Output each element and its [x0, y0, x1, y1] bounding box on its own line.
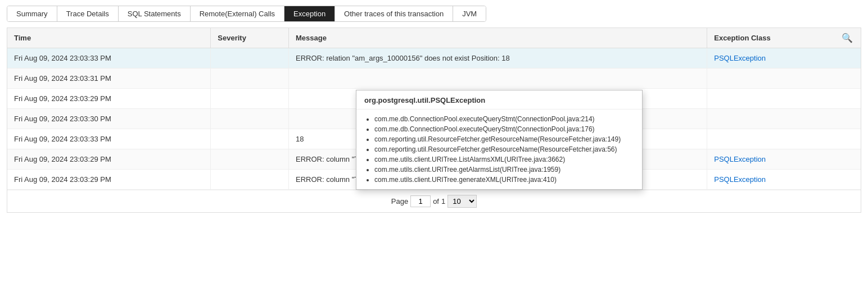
tab-remoteexternal-calls[interactable]: Remote(External) Calls [191, 6, 284, 21]
col-exception-class: Exception Class 🔍 [707, 28, 861, 48]
cell-time: Fri Aug 09, 2024 23:03:29 PM [7, 89, 211, 109]
cell-time: Fri Aug 09, 2024 23:03:30 PM [7, 109, 211, 129]
stack-trace-item: com.me.utils.client.URITree.getAlarmsLis… [374, 165, 634, 175]
cell-time: Fri Aug 09, 2024 23:03:33 PM [7, 48, 211, 69]
cell-exception-class: PSQLException [707, 149, 861, 170]
tab-exception[interactable]: Exception [284, 6, 335, 21]
col-severity: Severity [211, 28, 289, 48]
cell-message: ERROR: relation "am_args_10000156" does … [289, 48, 707, 69]
popup-title: org.postgresql.util.PSQLException [356, 90, 642, 109]
cell-message [289, 69, 707, 89]
total-pages: 1 [441, 197, 445, 206]
cell-time: Fri Aug 09, 2024 23:03:33 PM [7, 129, 211, 149]
tab-bar: SummaryTrace DetailsSQL StatementsRemote… [7, 6, 486, 22]
page-label: Page [391, 197, 408, 206]
col-time: Time [7, 28, 211, 48]
exceptions-table-wrapper: Time Severity Message Exception Class 🔍 … [7, 28, 861, 213]
tab-sql-statements[interactable]: SQL Statements [119, 6, 191, 21]
cell-exception-class: PSQLException [707, 170, 861, 190]
table-row: Fri Aug 09, 2024 23:03:33 PMERROR: relat… [7, 48, 861, 69]
cell-time: Fri Aug 09, 2024 23:03:29 PM [7, 149, 211, 170]
cell-exception-class [707, 109, 861, 129]
search-icon-button[interactable]: 🔍 [840, 33, 854, 43]
stack-trace-item: com.reporting.util.ResourceFetcher.getRe… [374, 134, 634, 144]
pagination: Page of 1 102550100 [7, 190, 861, 212]
cell-severity [211, 129, 289, 149]
exception-class-link[interactable]: PSQLException [714, 54, 766, 62]
tab-jvm[interactable]: JVM [453, 6, 486, 21]
tab-summary[interactable]: Summary [7, 6, 57, 21]
cell-severity [211, 69, 289, 89]
tab-other-traces-of-this-transaction[interactable]: Other traces of this transaction [335, 6, 453, 21]
col-message: Message [289, 28, 707, 48]
stack-trace-popup: org.postgresql.util.PSQLException com.me… [356, 90, 643, 190]
cell-severity [211, 48, 289, 69]
table-row: Fri Aug 09, 2024 23:03:31 PM [7, 69, 861, 89]
tab-trace-details[interactable]: Trace Details [57, 6, 119, 21]
cell-exception-class [707, 69, 861, 89]
page-size-select[interactable]: 102550100 [447, 195, 477, 208]
popup-body[interactable]: com.me.db.ConnectionPool.executeQueryStm… [356, 109, 642, 189]
stack-trace-item: com.me.db.ConnectionPool.executeQueryStm… [374, 124, 634, 134]
cell-severity [211, 89, 289, 109]
cell-exception-class [707, 89, 861, 109]
of-label: of [433, 197, 439, 206]
cell-exception-class: PSQLException [707, 48, 861, 69]
cell-severity [211, 149, 289, 170]
stack-trace-item: com.reporting.util.ResourceFetcher.getRe… [374, 144, 634, 154]
stack-trace-item: com.me.utils.client.URITree.ListAlarmsXM… [374, 154, 634, 165]
cell-severity [211, 170, 289, 190]
page-input[interactable] [410, 195, 431, 207]
cell-exception-class [707, 129, 861, 149]
exception-class-link[interactable]: PSQLException [714, 155, 766, 163]
stack-trace-item: com.me.utils.client.URITree.generateXML(… [374, 175, 634, 185]
stack-trace-item: com.me.db.ConnectionPool.executeQueryStm… [374, 114, 634, 124]
cell-time: Fri Aug 09, 2024 23:03:31 PM [7, 69, 211, 89]
cell-severity [211, 109, 289, 129]
exception-class-link[interactable]: PSQLException [714, 175, 766, 184]
cell-time: Fri Aug 09, 2024 23:03:29 PM [7, 170, 211, 190]
